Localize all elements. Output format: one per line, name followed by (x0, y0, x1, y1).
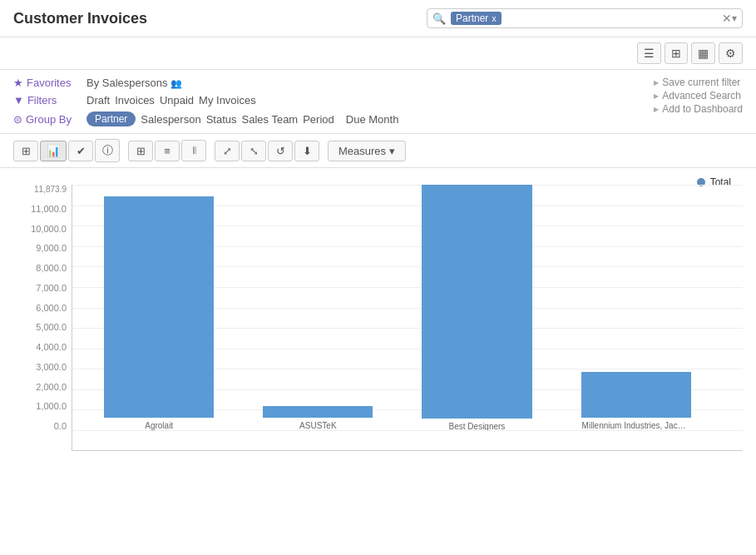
group-salesperson[interactable]: Salesperson (141, 113, 200, 126)
filter-draft[interactable]: Draft (86, 94, 110, 107)
search-dropdown-icon[interactable]: ▾ (732, 12, 737, 24)
search-tag-label: Partner (456, 12, 488, 24)
bar[interactable] (422, 185, 531, 419)
bar-x-label: Agrolait (145, 421, 173, 430)
calendar-view-button[interactable]: ▦ (691, 42, 715, 64)
group-icon: ⊜ (13, 113, 22, 126)
header: Customer Invoices 🔍 Partner x ✕ ▾ (0, 0, 756, 37)
bar-chart-btn[interactable]: 📊 (40, 141, 67, 161)
favorites-row: ★ Favorites By Salespersons 👥 (13, 77, 398, 89)
filters-row: ▼ Filters Draft Invoices Unpaid My Invoi… (13, 94, 398, 107)
bar-group[interactable]: Agrolait (86, 185, 232, 430)
bar-x-label: ASUSTeK (299, 421, 336, 430)
add-to-dashboard[interactable]: Add to Dashboard (654, 103, 743, 115)
search-icon: 🔍 (432, 12, 446, 25)
bar[interactable] (263, 406, 373, 418)
refresh-btn[interactable]: ↺ (268, 141, 293, 161)
y-label-11000: 11,000.0 (13, 204, 67, 214)
group-period[interactable]: Period (303, 113, 334, 126)
advanced-search[interactable]: Advanced Search (654, 90, 743, 102)
group-by-items: Partner Salesperson Status Sales Team Pe… (86, 111, 398, 126)
toolbar: ⊞ 📊 ✔ ⓘ ⊞ ≡ ⦀ ⤢ ⤡ ↺ ⬇ Measures ▾ (0, 134, 756, 168)
download-btn[interactable]: ⬇ (294, 141, 319, 161)
chart-body: AgrolaitASUSTeKBest DesignersMillennium … (72, 185, 743, 451)
filter-column: ★ Favorites By Salespersons 👥 ▼ Filters … (13, 77, 398, 126)
favorites-label: ★ Favorites (13, 77, 80, 89)
columns-btn[interactable]: ⦀ (181, 140, 206, 161)
view-controls: ☰ ⊞ ▦ ⚙ (0, 37, 756, 70)
filter-icon: ▼ (13, 94, 24, 107)
y-label-9000: 9,000.0 (13, 243, 67, 253)
page-title: Customer Invoices (13, 10, 147, 27)
expand-btn[interactable]: ⤢ (215, 141, 240, 161)
filter-my-invoices[interactable]: My Invoices (199, 94, 256, 107)
filter-invoices[interactable]: Invoices (115, 94, 155, 107)
y-top-label: 11,873.9 (13, 185, 67, 194)
bar-group[interactable]: Best Designers (403, 185, 550, 430)
collapse-btn[interactable]: ⤡ (241, 141, 266, 161)
star-icon: ★ (13, 77, 23, 89)
search-bar[interactable]: 🔍 Partner x ✕ ▾ (427, 8, 743, 28)
bar[interactable] (581, 372, 691, 418)
save-current-filter[interactable]: Save current filter (654, 77, 743, 88)
group-due-month[interactable]: Due Month (346, 113, 399, 126)
search-tag[interactable]: Partner x (451, 12, 502, 25)
filters-label: ▼ Filters (13, 94, 80, 107)
salespersons-icon: 👥 (170, 78, 182, 88)
grid-btn[interactable]: ⊞ (128, 141, 153, 161)
group-sales-team[interactable]: Sales Team (242, 113, 299, 126)
bars-area: AgrolaitASUSTeKBest DesignersMillennium … (72, 185, 743, 450)
y-label-4000: 4,000.0 (13, 342, 67, 352)
filter-unpaid[interactable]: Unpaid (160, 94, 194, 107)
search-clear-icon[interactable]: ✕ (722, 12, 732, 25)
search-input[interactable] (505, 12, 722, 25)
by-salespersons-item[interactable]: By Salespersons 👥 (86, 77, 182, 89)
y-axis: 11,873.9 11,000.0 10,000.0 9,000.0 8,000… (13, 185, 72, 451)
bar-x-label: Best Designers (449, 422, 506, 430)
group-by-row: ⊜ Group By Partner Salesperson Status Sa… (13, 111, 398, 126)
y-label-7000: 7,000.0 (13, 283, 67, 293)
chart-area: Total 11,873.9 11,000.0 10,000.0 9,000.0… (0, 168, 756, 468)
y-label-0: 0.0 (13, 421, 67, 431)
y-label-1000: 1,000.0 (13, 401, 67, 411)
favorites-items: By Salespersons 👥 (86, 77, 182, 89)
group-status[interactable]: Status (206, 113, 237, 126)
y-label-8000: 8,000.0 (13, 263, 67, 273)
search-options: Save current filter Advanced Search Add … (620, 77, 743, 126)
list-btn[interactable]: ≡ (155, 141, 180, 161)
list-view-button[interactable]: ☰ (637, 42, 661, 64)
table-view-btn[interactable]: ⊞ (13, 141, 38, 161)
group-by-label: ⊜ Group By (13, 113, 80, 126)
check-btn[interactable]: ✔ (68, 141, 93, 161)
settings-button[interactable]: ⚙ (719, 42, 743, 64)
group-partner-active[interactable]: Partner (86, 111, 136, 126)
bar-group[interactable]: ASUSTeK (245, 185, 391, 430)
y-label-6000: 6,000.0 (13, 303, 67, 313)
bar-x-label: Millennium Industries, Jacob Taylor (582, 421, 690, 430)
y-label-2000: 2,000.0 (13, 382, 67, 392)
y-label-10000: 10,000.0 (13, 224, 67, 234)
y-label-3000: 3,000.0 (13, 362, 67, 372)
measures-button[interactable]: Measures ▾ (328, 141, 406, 161)
bar[interactable] (104, 196, 214, 418)
bar-group[interactable]: Millennium Industries, Jacob Taylor (563, 185, 709, 430)
filter-items-list: Draft Invoices Unpaid My Invoices (86, 94, 256, 107)
filter-area: ★ Favorites By Salespersons 👥 ▼ Filters … (0, 70, 756, 134)
search-tag-close[interactable]: x (492, 13, 497, 23)
info-btn[interactable]: ⓘ (95, 139, 120, 162)
kanban-view-button[interactable]: ⊞ (665, 42, 688, 64)
y-label-5000: 5,000.0 (13, 322, 67, 332)
